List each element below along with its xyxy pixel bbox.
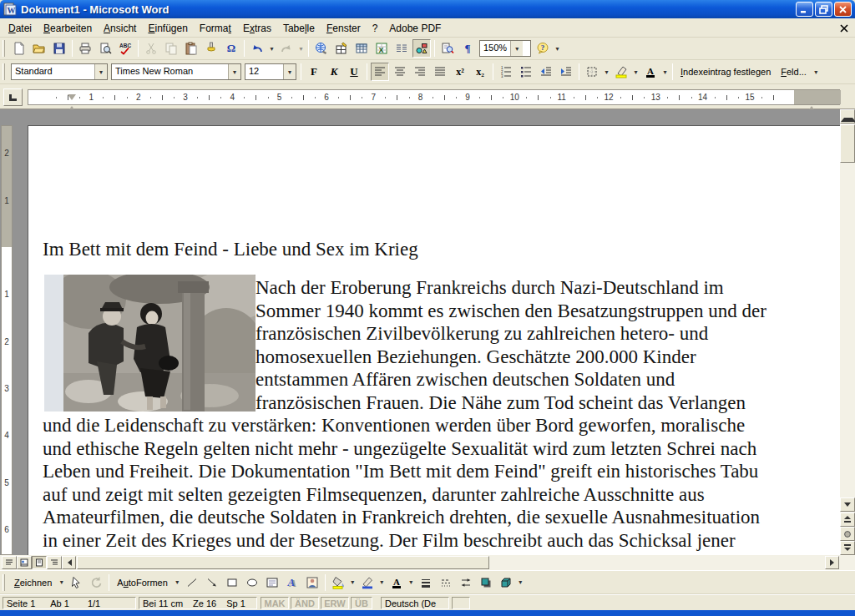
columns-button[interactable] <box>392 39 411 58</box>
select-browse-object-icon[interactable] <box>840 527 855 541</box>
arrow-style-button[interactable] <box>457 573 475 592</box>
status-mode-erw[interactable]: ERW <box>321 597 349 609</box>
font-color-dropdown-icon-2[interactable]: ▾ <box>407 573 416 592</box>
menu-item-adobe-pdf[interactable]: Adobe PDF <box>383 20 447 37</box>
autoshapes-dropdown-icon[interactable]: ▾ <box>173 573 182 592</box>
paste-button[interactable] <box>182 39 200 58</box>
insert-clipart-button[interactable] <box>303 573 321 592</box>
horizontal-scroll-track[interactable] <box>77 556 825 569</box>
menu-item-extras[interactable]: Extras <box>237 20 277 37</box>
toolbar-options-icon[interactable]: ▾ <box>516 573 525 592</box>
highlight-button[interactable] <box>612 63 630 81</box>
style-dropdown-icon[interactable]: ▾ <box>94 64 107 79</box>
status-mode-mak[interactable]: MAK <box>261 597 289 609</box>
increase-indent-button[interactable] <box>557 63 575 81</box>
align-left-button[interactable] <box>371 63 389 81</box>
font-color-button-2[interactable]: A <box>387 573 406 592</box>
spelling-status-box[interactable] <box>452 597 470 609</box>
print-button[interactable] <box>76 39 94 58</box>
rectangle-tool-button[interactable] <box>223 573 241 592</box>
normal-view-button[interactable] <box>2 556 17 569</box>
align-right-button[interactable] <box>411 63 429 81</box>
line-color-dropdown-icon[interactable]: ▾ <box>377 573 387 592</box>
menu-item-fenster[interactable]: Fenster <box>321 20 367 37</box>
drawing-toolbar-toggle-button[interactable] <box>412 39 431 58</box>
toolbar-options-icon[interactable]: ▾ <box>812 63 821 81</box>
font-size-combo[interactable]: 12▾ <box>245 63 296 80</box>
spelling-button[interactable]: ABC <box>116 39 134 58</box>
status-mode-üb[interactable]: ÜB <box>351 597 372 609</box>
font-color-dropdown-icon[interactable]: ▾ <box>660 63 670 81</box>
text-box-button[interactable] <box>263 573 281 592</box>
outline-view-button[interactable] <box>47 556 62 569</box>
font-dropdown-icon[interactable]: ▾ <box>228 64 240 79</box>
dash-style-button[interactable] <box>437 573 455 592</box>
decrease-indent-button[interactable] <box>537 63 555 81</box>
bold-button[interactable]: F <box>305 63 323 81</box>
font-combo[interactable]: Times New Roman▾ <box>111 63 241 80</box>
highlight-dropdown-icon[interactable]: ▾ <box>631 63 640 81</box>
menu-item-ansicht[interactable]: Ansicht <box>98 20 142 37</box>
show-paragraph-marks-button[interactable]: ¶ <box>458 39 477 58</box>
undo-button[interactable] <box>248 39 266 58</box>
insert-table-button[interactable] <box>352 39 371 58</box>
scroll-down-icon[interactable] <box>840 497 855 512</box>
inline-image[interactable] <box>44 275 255 412</box>
format-painter-button[interactable] <box>202 39 220 58</box>
undo-dropdown-icon[interactable]: ▾ <box>267 39 276 58</box>
menu-item-einf-gen[interactable]: Einfügen <box>142 20 193 37</box>
menu-item-format[interactable]: Format <box>194 20 237 37</box>
language-status-box[interactable]: Deutsch (De <box>381 597 449 609</box>
line-tool-button[interactable] <box>183 573 201 592</box>
horizontal-scroll-thumb[interactable] <box>77 556 489 569</box>
menu-item-tabelle[interactable]: Tabelle <box>277 20 321 37</box>
align-center-button[interactable] <box>391 63 409 81</box>
save-button[interactable] <box>50 39 68 58</box>
numbered-list-button[interactable]: 123 <box>497 63 515 81</box>
arrow-tool-button[interactable] <box>203 573 221 592</box>
justify-button[interactable] <box>431 63 449 81</box>
tab-selector-button[interactable] <box>3 88 23 106</box>
status-mode-änd[interactable]: ÄND <box>291 597 319 609</box>
toolbar-options-icon[interactable]: ▾ <box>553 39 562 58</box>
font-color-button[interactable]: A <box>641 63 660 81</box>
print-preview-button[interactable] <box>96 39 114 58</box>
underline-button[interactable]: U <box>345 63 363 81</box>
vertical-scroll-thumb[interactable] <box>840 124 855 163</box>
zoom-dropdown-icon[interactable]: ▾ <box>510 41 523 56</box>
close-document-icon[interactable] <box>837 22 851 34</box>
zoom-combo[interactable]: 150%▾ <box>479 40 531 57</box>
mark-index-entry-button[interactable]: Indexeintrag festlegen <box>675 64 776 79</box>
scroll-up-icon[interactable] <box>840 109 855 124</box>
toolbar-grip[interactable] <box>3 40 5 57</box>
field-button[interactable]: Feld... <box>776 64 812 79</box>
insert-excel-sheet-button[interactable]: X <box>372 39 391 58</box>
document-page[interactable]: Im Bett mit dem Feind - Liebe und Sex im… <box>28 125 840 555</box>
help-button[interactable]: ? <box>534 39 552 58</box>
toolbar-grip[interactable] <box>3 63 5 80</box>
borders-button[interactable] <box>583 63 601 81</box>
oval-tool-button[interactable] <box>243 573 261 592</box>
menu-item-datei[interactable]: Datei <box>3 20 38 37</box>
bullet-list-button[interactable] <box>517 63 535 81</box>
fill-color-dropdown-icon[interactable]: ▾ <box>348 573 357 592</box>
shadow-button[interactable] <box>477 573 495 592</box>
line-style-button[interactable] <box>417 573 435 592</box>
three-d-button[interactable] <box>497 573 515 592</box>
previous-page-icon[interactable] <box>840 512 855 527</box>
scroll-left-icon[interactable] <box>62 556 76 569</box>
next-page-icon[interactable] <box>840 541 855 555</box>
toolbar-grip[interactable] <box>3 574 5 591</box>
draw-menu-button[interactable]: Zeichnen <box>9 575 57 590</box>
italic-button[interactable]: K <box>325 63 343 81</box>
print-layout-view-button[interactable] <box>32 556 47 569</box>
close-button[interactable] <box>834 2 852 17</box>
wordart-button[interactable]: AA <box>283 573 301 592</box>
minimize-button[interactable] <box>796 2 813 17</box>
document-map-button[interactable] <box>438 39 457 58</box>
draw-menu-dropdown-icon[interactable]: ▾ <box>57 573 66 592</box>
vertical-scrollbar[interactable] <box>840 109 855 555</box>
style-combo[interactable]: Standard▾ <box>11 63 108 80</box>
superscript-button[interactable]: x² <box>451 63 469 81</box>
insert-hyperlink-button[interactable] <box>312 39 331 58</box>
